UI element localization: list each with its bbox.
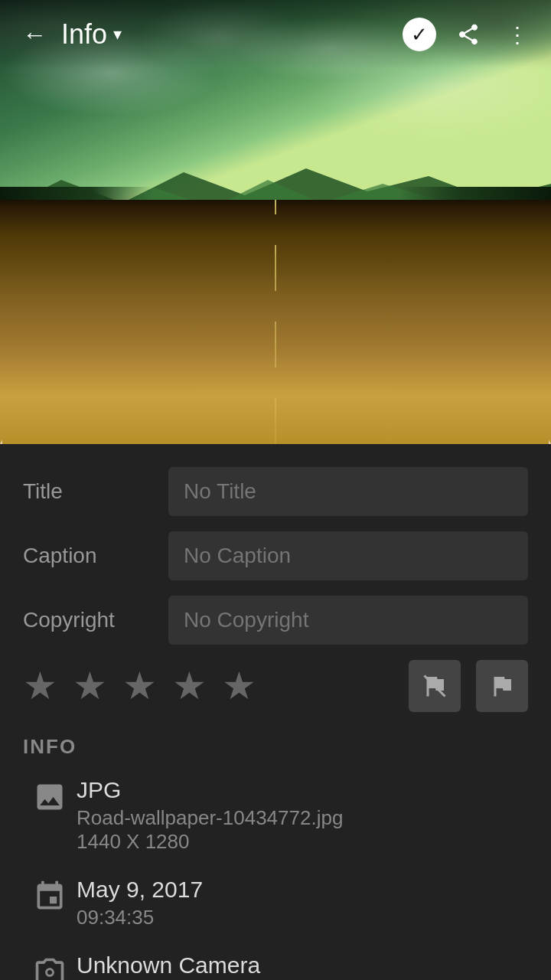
more-icon: ⋮: [507, 22, 528, 47]
title-label: Title: [23, 479, 168, 504]
header-left: ← Info ▾: [15, 15, 401, 54]
date-value: May 9, 2017: [77, 877, 528, 903]
date-text: May 9, 2017 09:34:35: [77, 877, 528, 929]
image-icon: [33, 780, 67, 814]
reject-flag-icon: [421, 672, 448, 700]
star-1[interactable]: ★: [23, 664, 57, 708]
header: ← Info ▾ ✓ ⋮: [0, 0, 551, 69]
header-right: ✓ ⋮: [401, 16, 536, 53]
star-5[interactable]: ★: [222, 664, 256, 708]
time-value: 09:34:35: [77, 906, 528, 929]
camera-icon: [33, 956, 67, 980]
star-3[interactable]: ★: [122, 664, 157, 708]
info-item-jpg: JPG Road-wallpaper-10434772.jpg 1440 X 1…: [23, 777, 528, 854]
calendar-icon: [33, 880, 67, 913]
accept-flag-icon: [488, 672, 516, 700]
camera-name: Unknown Camera: [77, 952, 528, 978]
jpg-type: JPG: [77, 777, 528, 803]
check-button[interactable]: ✓: [401, 16, 438, 53]
jpg-dimensions: 1440 X 1280: [77, 830, 528, 854]
copyright-label: Copyright: [23, 608, 168, 632]
more-button[interactable]: ⋮: [499, 16, 536, 53]
back-arrow-icon: ←: [22, 22, 47, 47]
caption-input[interactable]: [168, 531, 528, 580]
back-button[interactable]: ←: [15, 15, 54, 54]
copyright-input[interactable]: [168, 596, 528, 645]
checkmark-icon: ✓: [411, 24, 428, 44]
info-item-camera: Unknown Camera Unknown Lens: [23, 952, 528, 980]
jpg-text: JPG Road-wallpaper-10434772.jpg 1440 X 1…: [77, 777, 528, 854]
rating-row: ★ ★ ★ ★ ★: [23, 660, 528, 712]
star-4[interactable]: ★: [172, 664, 207, 708]
accept-flag-button[interactable]: [476, 660, 528, 712]
info-item-date: May 9, 2017 09:34:35: [23, 877, 528, 929]
copyright-field-row: Copyright: [23, 596, 528, 645]
stars-group: ★ ★ ★ ★ ★: [23, 664, 409, 708]
reject-flag-button[interactable]: [409, 660, 461, 712]
flag-group: [409, 660, 528, 712]
info-panel: Title Caption Copyright ★ ★ ★ ★ ★: [0, 444, 551, 980]
jpg-filename: Road-wallpaper-10434772.jpg: [77, 806, 528, 830]
dropdown-arrow-icon: ▾: [113, 24, 122, 44]
calendar-icon-container: [23, 877, 77, 913]
share-button[interactable]: [450, 16, 487, 53]
caption-label: Caption: [23, 544, 168, 568]
title-input[interactable]: [168, 467, 528, 516]
caption-field-row: Caption: [23, 531, 528, 580]
title-dropdown[interactable]: Info ▾: [61, 18, 122, 51]
header-title: Info: [61, 18, 107, 51]
share-icon: [456, 22, 481, 47]
info-section-title: INFO: [23, 735, 528, 759]
star-2[interactable]: ★: [73, 664, 107, 708]
camera-icon-container: [23, 952, 77, 980]
camera-text: Unknown Camera Unknown Lens: [77, 952, 528, 980]
check-circle: ✓: [403, 18, 436, 51]
image-icon-container: [23, 777, 77, 814]
title-field-row: Title: [23, 467, 528, 516]
